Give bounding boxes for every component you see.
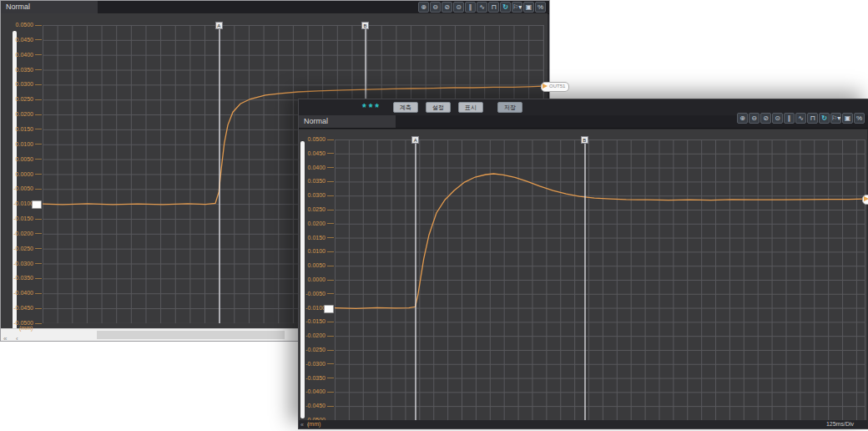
- y-axis-tick-label: -0.0450: [305, 403, 334, 409]
- y-axis-tick-label: 0.0200: [16, 111, 42, 118]
- action-button-4[interactable]: 저장: [497, 102, 522, 113]
- y-axis-tick-label: 0.0300: [308, 192, 334, 199]
- zoom-in-icon[interactable]: ⊕: [418, 2, 429, 13]
- y-axis-tick-label: -0.0450: [13, 305, 42, 312]
- time-per-div-label: 125ms/Div: [826, 420, 854, 428]
- waveform-rise-icon[interactable]: ∿: [795, 113, 806, 124]
- cursor-b-line[interactable]: [584, 139, 586, 420]
- fit-width-icon[interactable]: ▣: [523, 2, 534, 13]
- trace-signal-label[interactable]: OUT51: [862, 195, 868, 205]
- zoom-in-icon[interactable]: ⊕: [737, 113, 748, 124]
- zoom-selection-icon[interactable]: ⊘: [442, 2, 452, 13]
- y-axis-tick-label: 0.0500: [308, 136, 334, 143]
- tick-dash: [327, 363, 334, 364]
- scrollbar-thumb[interactable]: [97, 331, 285, 339]
- tick-dash: [35, 129, 42, 129]
- tick-dash: [327, 378, 334, 378]
- tick-dash: [327, 223, 334, 224]
- y-axis-tick-label: 0.0050: [16, 156, 42, 163]
- y-axis-tick-label: -0.0350: [13, 275, 42, 281]
- trace-signal-label[interactable]: OUT51: [541, 82, 569, 92]
- tick-dash: [35, 69, 42, 70]
- tick-dash: [327, 167, 334, 168]
- tick-dash: [327, 139, 334, 140]
- y-axis-labels: 0.05000.04500.04000.03500.03000.02500.02…: [11, 25, 42, 323]
- tick-dash: [327, 237, 334, 238]
- tick-dash: [327, 195, 334, 196]
- trace-start-handle[interactable]: [324, 305, 334, 313]
- cursor-pair-icon[interactable]: ∥: [465, 2, 476, 13]
- scroll-left-icon[interactable]: ‹: [13, 335, 21, 342]
- y-axis-tick-label: -0.0400: [305, 388, 334, 395]
- tick-dash: [327, 266, 334, 266]
- tick-dash: [327, 406, 334, 407]
- tick-dash: [35, 278, 42, 279]
- y-axis-tick-label: -0.0300: [13, 261, 42, 267]
- trace-start-handle[interactable]: [32, 200, 42, 209]
- tick-dash: [35, 189, 42, 190]
- action-button-1[interactable]: 계측: [393, 102, 418, 113]
- refresh-icon[interactable]: ↻: [819, 113, 830, 124]
- cursor-pair-icon[interactable]: ∥: [784, 113, 795, 124]
- zoom-fit-icon[interactable]: ⊙: [772, 113, 783, 124]
- y-axis-tick-label: -0.0050: [305, 291, 334, 297]
- tick-dash: [35, 54, 42, 55]
- plot-area: ABOUT51: [335, 139, 865, 420]
- waveform-rise-icon[interactable]: ∿: [477, 2, 487, 13]
- tick-dash: [35, 293, 42, 294]
- tab-normal[interactable]: Normal: [1, 1, 98, 13]
- cursor-a-marker[interactable]: A: [215, 22, 223, 29]
- chart-toolbar: ⊕⊖⊘⊙∥∿⊓↻⚐▾▣%: [418, 2, 546, 13]
- tick-dash: [327, 251, 334, 252]
- y-axis-tick-label: -0.0200: [305, 332, 334, 339]
- cursor-a-line[interactable]: [219, 25, 220, 323]
- zoom-out-icon[interactable]: ⊖: [430, 2, 441, 13]
- waveform-pulse-icon[interactable]: ⊓: [807, 113, 818, 124]
- y-axis-tick-label: 0.0250: [16, 96, 42, 103]
- tick-dash: [327, 293, 334, 294]
- marker-dropdown-icon[interactable]: ⚐▾: [830, 113, 841, 124]
- cursor-a-line[interactable]: [415, 139, 416, 420]
- tick-dash: [35, 39, 42, 40]
- tick-dash: [35, 114, 42, 115]
- tick-dash: [35, 25, 42, 26]
- y-axis-labels: 0.05000.04500.04000.03500.03000.02500.02…: [304, 139, 334, 420]
- desktop: Normal ⊕⊖⊘⊙∥∿⊓↻⚐▾▣% 0.05000.04500.04000.…: [0, 0, 868, 431]
- tick-dash: [35, 99, 42, 100]
- cursor-a-marker[interactable]: A: [411, 136, 419, 144]
- zoom-fit-icon[interactable]: ⊙: [453, 2, 464, 13]
- tick-dash: [327, 350, 334, 351]
- marker-dropdown-icon[interactable]: ⚐▾: [512, 2, 522, 13]
- y-axis-tick-label: 0.0150: [16, 126, 42, 133]
- scroll-home-icon[interactable]: «: [299, 421, 305, 428]
- tick-dash: [327, 392, 334, 393]
- tick-dash: [327, 153, 334, 154]
- scale-percent-icon[interactable]: %: [854, 113, 865, 124]
- cursor-b-marker[interactable]: B: [361, 22, 369, 29]
- fit-width-icon[interactable]: ▣: [842, 113, 853, 124]
- y-axis-tick-label: 0.0450: [308, 150, 334, 157]
- action-button-2[interactable]: 설정: [426, 102, 451, 113]
- y-axis-unit: (mm): [19, 325, 33, 331]
- y-axis-tick-label: 0.0150: [308, 235, 334, 241]
- y-axis-tick-label: 0.0500: [16, 22, 42, 28]
- tick-dash: [35, 144, 42, 145]
- tick-dash: [35, 248, 42, 249]
- tick-dash: [327, 336, 334, 337]
- y-axis-tick-label: -0.0400: [13, 290, 42, 297]
- waveform-pulse-icon[interactable]: ⊓: [488, 2, 499, 13]
- y-axis-tick-label: -0.0250: [13, 246, 42, 252]
- scale-percent-icon[interactable]: %: [535, 2, 546, 13]
- y-axis-tick-label: 0.0300: [16, 81, 42, 88]
- y-axis-tick-label: 0.0450: [16, 37, 42, 43]
- tab-normal[interactable]: Normal: [299, 115, 396, 128]
- refresh-icon[interactable]: ↻: [500, 2, 511, 13]
- y-axis-tick-label: 0.0350: [16, 67, 42, 74]
- action-button-3[interactable]: 표시: [458, 102, 483, 113]
- cursor-b-marker[interactable]: B: [581, 136, 588, 144]
- scroll-home-icon[interactable]: «: [1, 335, 9, 342]
- zoom-selection-icon[interactable]: ⊘: [760, 113, 771, 124]
- zoom-out-icon[interactable]: ⊖: [749, 113, 760, 124]
- tick-dash: [35, 174, 42, 175]
- tab-bar: Normal ⊕⊖⊘⊙∥∿⊓↻⚐▾▣%: [1, 1, 549, 14]
